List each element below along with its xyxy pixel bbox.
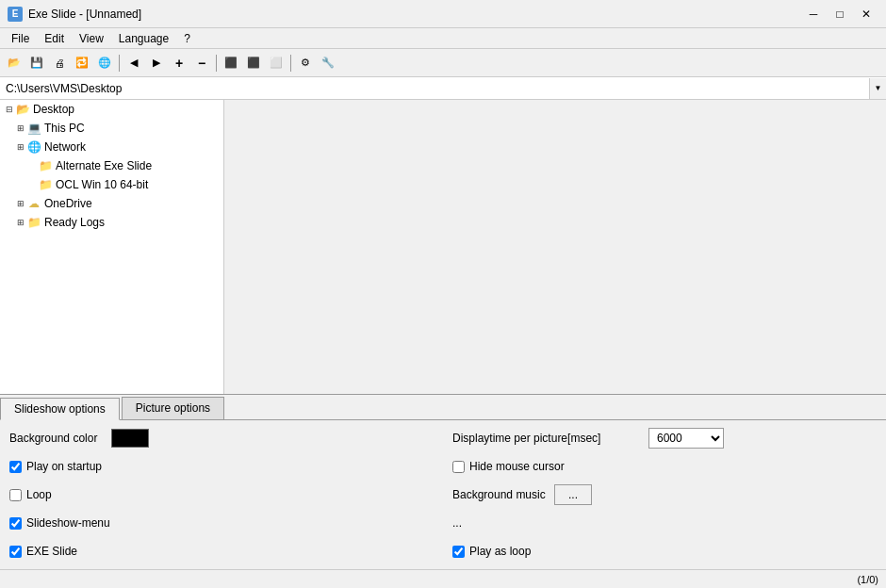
menu-file[interactable]: File [4,30,37,47]
background-music-row: Background music ... [452,484,877,505]
status-bar: (1/0) [0,569,886,588]
slideshow-menu-text: Slideshow-menu [26,516,110,530]
tree-item-alternate[interactable]: 📁 Alternate Exe Slide [0,156,223,175]
play-as-loop-row: Play as loop [452,541,877,562]
play-as-loop-text: Play as loop [469,545,531,558]
loop-row: Loop [9,484,434,505]
toolbar: 📂 💾 🖨 🔁 🌐 ◀ ▶ + − ⬛ ⬛ ⬜ ⚙ 🔧 [0,49,886,77]
tree-toggle-network[interactable]: ⊞ [15,142,26,152]
slideshow-menu-row: Slideshow-menu [9,513,434,533]
tabs-bar: Slideshow options Picture options [0,395,886,420]
folder-yellow-icon-1: 📁 [38,158,53,173]
app-icon: E [8,7,23,22]
toolbar-refresh[interactable]: 🔁 [72,53,92,74]
toolbar-add[interactable]: + [169,53,189,74]
toolbar-print[interactable]: 🖨 [49,53,70,74]
background-music-btn[interactable]: ... [554,484,592,505]
hide-mouse-cursor-text: Hide mouse cursor [469,460,565,473]
toolbar-separator-2 [216,55,217,72]
toolbar-view3[interactable]: ⬜ [266,53,287,74]
folder-open-icon: 📂 [15,102,30,117]
toolbar-extra[interactable]: 🔧 [318,53,338,74]
play-on-startup-row: Play on startup [9,456,434,477]
options-right: Displaytime per picture[msec] 6000 1000 … [452,428,877,562]
tree-toggle-onedrive[interactable]: ⊞ [15,199,26,208]
exe-slide-row: EXE Slide [9,541,434,562]
toolbar-back[interactable]: ◀ [123,53,144,74]
tree-toggle-thispc[interactable]: ⊞ [15,123,26,133]
tree-label-desktop: Desktop [33,103,74,116]
slideshow-menu-label[interactable]: Slideshow-menu [9,516,110,530]
main-content: ▼ ⊟ 📂 Desktop ⊞ 💻 This PC [0,77,886,588]
toolbar-remove[interactable]: − [191,53,212,74]
close-button[interactable]: ✕ [854,5,878,24]
minimize-button[interactable]: ─ [801,5,826,24]
background-color-swatch[interactable] [111,429,149,448]
tree-item-thispc[interactable]: ⊞ 💻 This PC [0,119,223,138]
tab-picture[interactable]: Picture options [122,397,224,419]
hide-mouse-cursor-checkbox[interactable] [452,461,465,473]
display-time-row: Displaytime per picture[msec] 6000 1000 … [452,428,877,449]
hide-mouse-cursor-row: Hide mouse cursor [452,456,877,477]
toolbar-open[interactable]: 📂 [4,53,25,74]
tree-item-onedrive[interactable]: ⊞ ☁ OneDrive [0,194,223,213]
file-list-area [224,100,886,394]
play-on-startup-text: Play on startup [26,460,102,473]
window-title: Exe Slide - [Unnamed] [28,8,141,21]
tab-slideshow[interactable]: Slideshow options [0,398,120,420]
play-as-loop-label[interactable]: Play as loop [452,545,531,558]
tree-scroll[interactable]: ⊟ 📂 Desktop ⊞ 💻 This PC ⊞ 🌐 Network [0,100,223,247]
toolbar-save[interactable]: 💾 [26,53,47,74]
exe-slide-checkbox[interactable] [9,546,22,558]
toolbar-forward[interactable]: ▶ [146,53,167,74]
tree-label-thispc: This PC [44,122,85,135]
toolbar-web[interactable]: 🌐 [94,53,115,74]
ellipsis-text: ... [452,516,462,530]
path-dropdown-btn[interactable]: ▼ [869,78,886,99]
path-input[interactable] [0,78,869,99]
display-time-label: Displaytime per picture[msec] [452,432,641,445]
menu-language[interactable]: Language [111,30,176,47]
network-icon: 🌐 [26,139,41,155]
play-as-loop-checkbox[interactable] [452,546,465,558]
background-color-label: Background color [9,432,104,445]
background-music-label: Background music [452,488,547,501]
tree-label-ocl: OCL Win 10 64-bit [56,178,148,191]
tree-label-onedrive: OneDrive [44,197,92,210]
menu-help[interactable]: ? [176,30,198,47]
toolbar-separator-3 [290,55,291,72]
options-content: Background color Play on startup Loop [0,420,886,569]
tree-empty-area [0,247,223,394]
menu-edit[interactable]: Edit [37,30,72,47]
toolbar-separator-1 [119,55,120,72]
title-bar: E Exe Slide - [Unnamed] ─ □ ✕ [0,0,886,28]
options-left: Background color Play on startup Loop [9,428,434,562]
maximize-button[interactable]: □ [828,5,852,24]
title-bar-left: E Exe Slide - [Unnamed] [8,7,141,22]
tree-item-desktop[interactable]: ⊟ 📂 Desktop [0,100,223,119]
hide-mouse-cursor-label[interactable]: Hide mouse cursor [452,460,565,473]
menu-view[interactable]: View [72,30,111,47]
content-area: ⊟ 📂 Desktop ⊞ 💻 This PC ⊞ 🌐 Network [0,100,886,394]
exe-slide-text: EXE Slide [26,545,77,558]
tree-item-network[interactable]: ⊞ 🌐 Network [0,138,223,156]
slideshow-menu-checkbox[interactable] [9,517,22,530]
toolbar-view2[interactable]: ⬛ [243,53,264,74]
display-time-select[interactable]: 6000 1000 2000 3000 4000 5000 8000 10000 [648,428,724,449]
tree-item-ocl[interactable]: 📁 OCL Win 10 64-bit [0,175,223,194]
tree-label-readylogs: Ready Logs [44,216,105,229]
play-on-startup-checkbox[interactable] [9,461,22,473]
loop-checkbox[interactable] [9,489,22,501]
toolbar-view1[interactable]: ⬛ [221,53,241,74]
folder-icon-readylogs: 📁 [26,215,41,230]
tree-item-readylogs[interactable]: ⊞ 📁 Ready Logs [0,213,223,232]
loop-label[interactable]: Loop [9,488,52,501]
tree-toggle-readylogs[interactable]: ⊞ [15,218,26,227]
play-on-startup-label[interactable]: Play on startup [9,460,102,473]
toolbar-settings[interactable]: ⚙ [295,53,316,74]
tree-toggle-desktop[interactable]: ⊟ [4,105,15,114]
bottom-panel: Slideshow options Picture options Backgr… [0,394,886,569]
window-controls: ─ □ ✕ [801,5,878,24]
path-bar: ▼ [0,77,886,100]
exe-slide-label[interactable]: EXE Slide [9,545,77,558]
